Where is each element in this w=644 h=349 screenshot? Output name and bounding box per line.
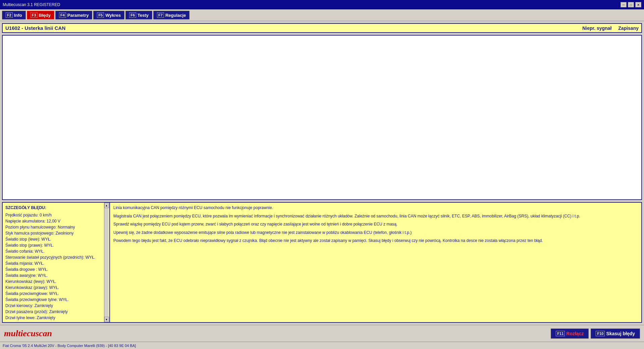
tab-regulacje[interactable]: F7Regulacje [153,11,190,19]
details-lines: Prędkość pojazdu: 0 km/hNapięcie akumula… [5,212,107,322]
detail-line: Światła przeciwmgłowe: WYŁ. [5,291,107,297]
detail-line: Poziom płynu hamulcowego: Normalny [5,224,107,230]
tab-key-f2: F2 [6,12,13,18]
close-button[interactable]: ✕ [635,2,641,7]
left-panel: SZCZEGÓŁY BŁĘDU: Prędkość pojazdu: 0 km/… [3,203,110,322]
right-panel: Linia komunikacyjna CAN pomiędzy różnymi… [110,203,641,322]
right-paragraph: Magistrala CAN jest połączeniem pomiędzy… [113,213,638,219]
restore-button[interactable]: □ [628,2,634,7]
clear-errors-button[interactable]: F10 Skasuj błędy [591,329,640,339]
tab-label-testy: Testy [138,13,149,18]
logo-text: multiecuscan [4,329,52,338]
tab-key-f4: F4 [59,12,66,18]
tab-key-f3: F3 [31,12,38,18]
app-title: Multiecuscan 3.1 REGISTERED [3,2,60,7]
clear-errors-key: F10 [596,331,605,336]
details-header: SZCZEGÓŁY BŁĘDU: [5,205,107,211]
toolbar: F2InfoF3BłędyF4ParametryF5WykresF6TestyF… [0,9,644,21]
lower-panel: SZCZEGÓŁY BŁĘDU: Prędkość pojazdu: 0 km/… [2,202,642,323]
tab-label-wykres: Wykres [105,13,121,18]
right-paragraph: Powodem tego błędu jest fakt, że ECU ode… [113,238,638,244]
tab-testy[interactable]: F6Testy [125,11,152,19]
bottom-buttons: F11 Rozłącz F10 Skasuj błędy [551,329,640,339]
scroll-up-arrow[interactable]: ▲ [104,203,109,208]
left-panel-text: SZCZEGÓŁY BŁĘDU: Prędkość pojazdu: 0 km/… [5,205,107,322]
detail-line: Światło cofania: WYŁ. [5,248,107,254]
status-text: Fiat Croma '05 2.4 MultiJet 20V - Body C… [3,344,136,348]
detail-line: Światła awaryjne: WYŁ. [5,272,107,279]
right-panel-text: Linia komunikacyjna CAN pomiędzy różnymi… [113,205,638,244]
detail-line: Napięcie akumulatora: 12,00 V [5,218,107,224]
detail-line: Drzwi tylne prawe: Zamknięty [5,321,107,322]
tab-label-parametry: Parametry [67,13,89,18]
left-scroll[interactable]: ▲ ▼ [104,203,109,322]
detail-line: Drzwi tylne lewe: Zamknięty [5,315,107,321]
error-saved: Zapisany [618,26,639,31]
disconnect-label: Rozłącz [566,331,584,336]
tab-wykres[interactable]: F5Wykres [93,11,124,19]
minimize-button[interactable]: ─ [621,2,627,7]
upper-panel [2,35,642,200]
detail-line: Światło stop (prawe): WYŁ. [5,242,107,248]
tab-błędy[interactable]: F3Błędy [27,11,54,19]
tab-key-f6: F6 [129,12,136,18]
detail-line: Styk hamulca postojowego: Zwolniony [5,230,107,236]
title-bar-controls: ─ □ ✕ [621,2,641,7]
tab-info[interactable]: F2Info [2,11,26,19]
right-paragraph: Linia komunikacyjna CAN pomiędzy różnymi… [113,205,638,211]
tab-key-f7: F7 [157,12,164,18]
clear-errors-label: Skasuj błędy [606,331,635,336]
error-header: U1602 - Usterka linii CAN Niepr. sygnał … [2,23,642,33]
disconnect-button[interactable]: F11 Rozłącz [551,329,589,339]
title-bar: Multiecuscan 3.1 REGISTERED ─ □ ✕ [0,0,644,9]
title-bar-title: Multiecuscan 3.1 REGISTERED [3,2,60,7]
detail-line: Światła mijania: WYŁ. [5,260,107,266]
detail-line: Drzwi kierowcy: Zamknięty [5,303,107,309]
detail-line: Kierunkowskaz (lewy): WYŁ. [5,279,107,285]
error-code: U1602 - Usterka linii CAN [5,25,582,31]
main-content: U1602 - Usterka linii CAN Niepr. sygnał … [0,21,644,325]
detail-line: Drzwi pasażera (przód): Zamknięty [5,309,107,315]
disconnect-key: F11 [556,331,565,336]
detail-line: Światła przeciwmgłowe tylne: WYŁ. [5,297,107,303]
detail-line: Światła drogowe : WYŁ. [5,266,107,272]
detail-line: Prędkość pojazdu: 0 km/h [5,212,107,218]
right-panel-paragraphs: Linia komunikacyjna CAN pomiędzy różnymi… [113,205,638,244]
status-bar: Fiat Croma '05 2.4 MultiJet 20V - Body C… [0,342,644,349]
detail-line: Światło stop (lewe): WYŁ. [5,236,107,242]
tab-parametry[interactable]: F4Parametry [55,11,92,19]
bottom-bar: multiecuscan F11 Rozłącz F10 Skasuj błęd… [0,325,644,342]
tab-key-f5: F5 [97,12,104,18]
right-paragraph: Sprawdź wiązkę pomiędzy ECU pod kątem pr… [113,221,638,228]
logo: multiecuscan [4,329,52,339]
error-status: Niepr. sygnał [582,26,611,31]
tab-label-info: Info [14,13,22,18]
tab-label-błędy: Błędy [39,13,51,18]
detail-line: Kierunkowskaz (prawy): WYŁ. [5,285,107,291]
right-paragraph: Upewnij się, że żadne dodatkowe wyposaże… [113,230,638,236]
tab-label-regulacje: Regulacje [165,13,186,18]
scroll-down-arrow[interactable]: ▼ [104,317,109,322]
detail-line: Sterowanie świateł pozycyjnych (przednic… [5,254,107,260]
